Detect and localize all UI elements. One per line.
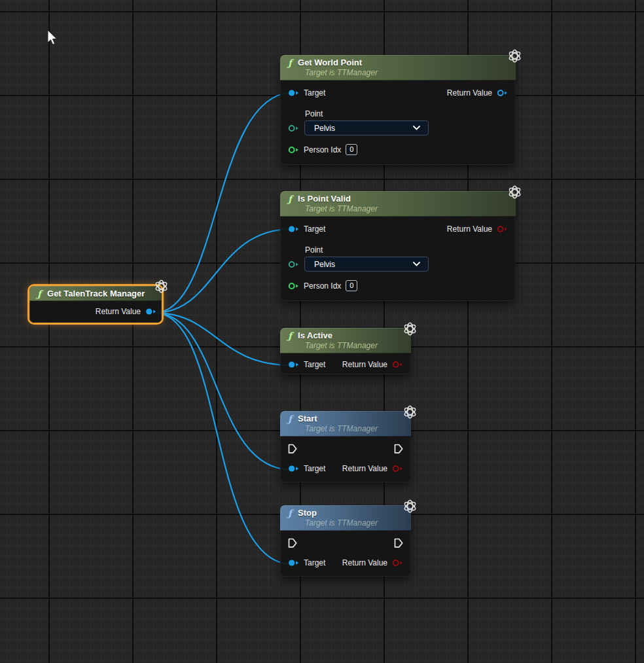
exec-out-pin[interactable]	[394, 538, 403, 548]
chevron-down-icon	[413, 262, 420, 266]
target-pin-label: Target	[304, 464, 325, 473]
person-idx-pin[interactable]	[288, 146, 299, 154]
chevron-down-icon	[413, 126, 420, 130]
blueprint-graph-canvas[interactable]: ƒ Get World Point Target is TTManager Ta…	[0, 0, 644, 663]
node-get-talentrack-manager[interactable]: ƒ Get TalenTrack Manager Return Value	[29, 286, 162, 323]
node-subtitle: Target is TTManager	[305, 518, 404, 528]
node-stop[interactable]: ƒ Stop Target is TTManager Target Return…	[280, 505, 411, 577]
wire-manager-to-is-active	[154, 313, 292, 365]
person-idx-pin[interactable]	[288, 282, 299, 290]
atom-badge-icon	[508, 185, 522, 199]
target-pin-label: Target	[304, 88, 325, 98]
point-pin[interactable]	[288, 260, 299, 268]
node-subtitle: Target is TTManager	[305, 204, 509, 213]
target-pin-label: Target	[304, 360, 325, 369]
atom-badge-icon	[403, 405, 417, 419]
exec-in-pin[interactable]	[288, 538, 297, 548]
person-idx-input[interactable]: 0	[346, 280, 357, 291]
point-dropdown-value: Pelvis	[314, 124, 335, 133]
function-icon: ƒ	[288, 509, 292, 518]
atom-badge-icon	[403, 499, 417, 513]
mouse-cursor	[46, 29, 60, 46]
return-value-pin[interactable]	[497, 225, 508, 233]
node-is-active[interactable]: ƒ Is Active Target is TTManager Target R…	[280, 328, 411, 374]
target-pin-label: Target	[304, 558, 325, 567]
point-pin-label: Point	[305, 109, 516, 118]
return-value-pin[interactable]	[392, 361, 403, 368]
return-value-pin-label: Return Value	[96, 307, 141, 316]
node-is-point-valid[interactable]: ƒ Is Point Valid Target is TTManager Tar…	[280, 191, 516, 301]
return-value-pin-label: Return Value	[342, 558, 387, 567]
exec-out-pin[interactable]	[394, 444, 403, 454]
person-idx-pin-label: Person Idx	[304, 281, 341, 291]
node-title: Get TalenTrack Manager	[47, 289, 145, 298]
return-value-pin-label: Return Value	[342, 464, 387, 473]
function-icon: ƒ	[37, 289, 41, 298]
node-title: Get World Point	[298, 58, 362, 67]
target-pin[interactable]	[288, 465, 299, 473]
node-title: Is Point Valid	[298, 194, 351, 204]
return-value-pin-label: Return Value	[447, 88, 492, 98]
node-header[interactable]: ƒ Get TalenTrack Manager	[29, 286, 162, 301]
person-idx-pin-label: Person Idx	[304, 145, 341, 154]
return-value-pin[interactable]	[497, 89, 508, 97]
node-subtitle: Target is TTManager	[305, 341, 404, 350]
return-value-pin-label: Return Value	[342, 360, 387, 369]
wire-manager-to-stop	[154, 313, 292, 564]
return-value-pin[interactable]	[392, 559, 403, 567]
point-pin[interactable]	[288, 124, 299, 132]
function-icon: ƒ	[288, 414, 292, 423]
node-subtitle: Target is TTManager	[305, 424, 404, 433]
point-pin-label: Point	[305, 245, 516, 255]
exec-in-pin[interactable]	[288, 444, 297, 454]
node-header[interactable]: ƒ Get World Point Target is TTManager	[280, 55, 516, 81]
node-title: Stop	[298, 508, 317, 518]
node-subtitle: Target is TTManager	[305, 68, 509, 77]
wire-manager-to-start	[154, 313, 292, 470]
node-header[interactable]: ƒ Is Active Target is TTManager	[280, 328, 411, 353]
function-icon: ƒ	[288, 194, 292, 204]
function-icon: ƒ	[288, 331, 292, 340]
return-value-pin[interactable]	[392, 465, 403, 473]
return-value-pin-label: Return Value	[447, 224, 492, 234]
atom-badge-icon	[154, 279, 168, 293]
target-pin[interactable]	[288, 361, 299, 368]
node-start[interactable]: ƒ Start Target is TTManager Target Retur…	[280, 411, 411, 482]
wire-manager-to-get-world-point	[154, 93, 292, 313]
point-dropdown[interactable]: Pelvis	[304, 257, 429, 272]
node-header[interactable]: ƒ Is Point Valid Target is TTManager	[280, 191, 516, 217]
person-idx-input[interactable]: 0	[346, 144, 357, 155]
node-title: Is Active	[298, 331, 332, 340]
node-header[interactable]: ƒ Stop Target is TTManager	[280, 505, 411, 531]
target-pin[interactable]	[288, 225, 299, 233]
atom-badge-icon	[403, 322, 417, 336]
wire-manager-to-is-point-valid	[154, 229, 292, 313]
point-dropdown-value: Pelvis	[314, 260, 335, 269]
atom-badge-icon	[508, 49, 522, 63]
target-pin-label: Target	[304, 224, 325, 234]
target-pin[interactable]	[288, 89, 299, 97]
node-title: Start	[298, 414, 317, 423]
return-value-pin[interactable]	[145, 308, 156, 315]
point-dropdown[interactable]: Pelvis	[304, 120, 429, 135]
function-icon: ƒ	[288, 58, 292, 67]
node-get-world-point[interactable]: ƒ Get World Point Target is TTManager Ta…	[280, 55, 516, 165]
node-header[interactable]: ƒ Start Target is TTManager	[280, 411, 411, 437]
target-pin[interactable]	[288, 559, 299, 567]
